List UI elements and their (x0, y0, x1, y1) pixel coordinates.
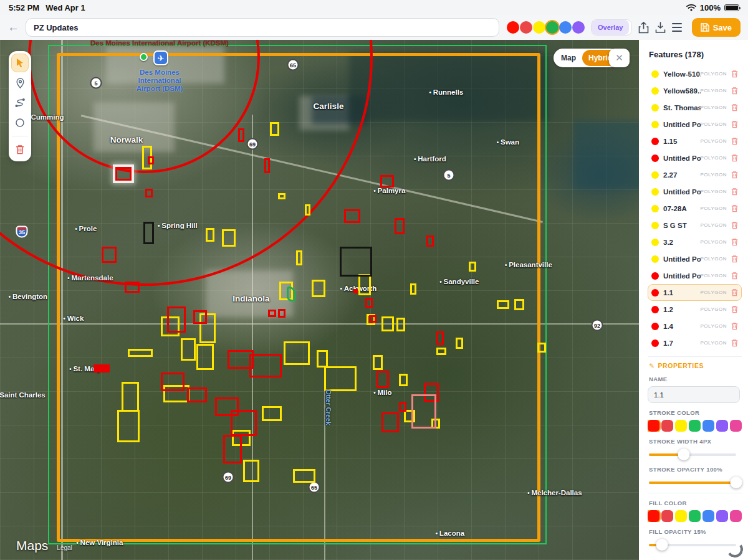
feature-polygon[interactable] (187, 387, 207, 402)
palette-color-dot[interactable] (546, 21, 559, 34)
feature-row[interactable]: Untitled Pol...POLYGON (648, 183, 742, 200)
color-swatch[interactable] (730, 510, 742, 522)
color-swatch[interactable] (648, 510, 659, 522)
feature-row[interactable]: Untitled Pol...POLYGON (648, 267, 742, 284)
feature-row[interactable]: 1.15POLYGON (648, 133, 742, 149)
delete-feature-icon[interactable] (731, 288, 738, 297)
color-swatch[interactable] (716, 420, 728, 432)
close-map-button[interactable]: ✕ (609, 49, 630, 67)
feature-polygon[interactable] (148, 156, 154, 164)
circle-tool[interactable] (11, 113, 29, 132)
feature-row[interactable]: S G STPOLYGON (648, 217, 742, 234)
feature-polygon[interactable] (376, 371, 389, 388)
delete-feature-icon[interactable] (731, 70, 738, 78)
feature-row[interactable]: 1.1POLYGON (648, 284, 742, 301)
delete-feature-icon[interactable] (731, 137, 738, 145)
feature-polygon[interactable] (340, 247, 372, 277)
feature-polygon[interactable] (324, 366, 357, 391)
feature-polygon[interactable] (167, 306, 186, 333)
palette-color-dot[interactable] (559, 21, 572, 34)
feature-polygon[interactable] (143, 222, 154, 244)
color-swatch[interactable] (689, 510, 701, 522)
document-title-input[interactable] (26, 18, 499, 37)
feature-polygon[interactable] (399, 374, 408, 386)
feature-row[interactable]: 07-28APOLYGON (648, 200, 742, 217)
feature-polygon[interactable] (365, 298, 373, 308)
save-button[interactable]: Save (692, 18, 741, 37)
select-cursor-tool[interactable] (11, 54, 29, 72)
feature-row[interactable]: Yellow589...POLYGON (648, 82, 742, 99)
feature-polygon[interactable] (396, 318, 405, 331)
feature-polygon[interactable] (243, 460, 259, 482)
feature-polygon[interactable] (249, 354, 282, 377)
feature-polygon[interactable] (223, 435, 242, 463)
feature-polygon[interactable] (268, 310, 276, 317)
feature-polygon[interactable] (122, 382, 139, 412)
feature-polygon[interactable] (145, 189, 153, 197)
feature-row[interactable]: St. Thomas...POLYGON (648, 99, 742, 116)
airport-icon[interactable]: ✈ (153, 50, 168, 65)
delete-feature-icon[interactable] (731, 221, 738, 229)
delete-tool[interactable] (11, 140, 29, 159)
feature-polygon[interactable] (469, 262, 476, 272)
feature-polygon[interactable] (436, 348, 446, 355)
feature-row[interactable]: Untitled Pol...POLYGON (648, 116, 742, 133)
color-swatch[interactable] (730, 420, 742, 432)
feature-polygon[interactable] (426, 235, 434, 247)
delete-feature-icon[interactable] (731, 305, 738, 313)
feature-row[interactable]: Yellow-510...POLYGON (648, 65, 742, 82)
feature-polygon[interactable] (317, 350, 328, 368)
feature-polygon[interactable] (537, 343, 546, 353)
back-button[interactable]: ← (7, 19, 19, 36)
feature-polygon[interactable] (264, 158, 270, 173)
delete-feature-icon[interactable] (731, 272, 738, 280)
fill-opacity-slider[interactable] (649, 539, 736, 550)
feature-polygon[interactable] (262, 406, 282, 421)
feature-polygon[interactable] (161, 373, 185, 391)
feature-polygon[interactable] (181, 338, 196, 361)
delete-feature-icon[interactable] (731, 103, 738, 112)
feature-name-input[interactable] (648, 386, 740, 403)
palette-color-dot[interactable] (520, 21, 532, 34)
feature-row[interactable]: 2.27POLYGON (648, 166, 742, 183)
feature-polygon[interactable] (128, 349, 153, 357)
color-swatch[interactable] (675, 420, 687, 432)
feature-polygon[interactable] (358, 274, 371, 295)
feature-polygon[interactable] (456, 338, 463, 349)
feature-polygon[interactable] (231, 410, 257, 436)
color-swatch[interactable] (661, 420, 673, 432)
delete-feature-icon[interactable] (731, 171, 738, 179)
airport-marker-dot[interactable] (140, 53, 148, 61)
feature-polygon[interactable] (369, 315, 376, 323)
color-swatch[interactable] (648, 420, 659, 432)
delete-feature-icon[interactable] (731, 87, 738, 95)
selected-feature-polygon[interactable] (115, 167, 132, 181)
color-swatch[interactable] (702, 420, 714, 432)
delete-feature-icon[interactable] (731, 339, 738, 347)
feature-polygon[interactable] (381, 316, 394, 331)
feature-polygon[interactable] (312, 280, 325, 297)
feature-polygon[interactable] (222, 229, 236, 247)
menu-icon[interactable] (672, 19, 682, 36)
color-swatch[interactable] (689, 420, 701, 432)
download-icon[interactable] (655, 19, 666, 36)
stroke-opacity-slider[interactable] (649, 477, 736, 488)
feature-row[interactable]: 1.2POLYGON (648, 301, 742, 318)
palette-color-dot[interactable] (507, 21, 519, 34)
feature-polygon[interactable] (436, 331, 444, 345)
feature-polygon[interactable] (94, 364, 110, 373)
feature-polygon[interactable] (102, 247, 117, 263)
color-swatch[interactable] (716, 510, 728, 522)
color-swatch[interactable] (702, 510, 714, 522)
feature-polygon[interactable] (497, 300, 509, 309)
share-icon[interactable] (638, 19, 649, 36)
feature-polygon[interactable] (278, 193, 285, 199)
feature-polygon[interactable] (514, 299, 524, 310)
map-type-map-button[interactable]: Map (555, 50, 582, 66)
delete-feature-icon[interactable] (731, 120, 738, 128)
overlay-mode-button[interactable]: Overlay (592, 20, 629, 35)
color-swatch[interactable] (661, 510, 673, 522)
delete-feature-icon[interactable] (731, 322, 738, 330)
feature-row[interactable]: Untitled Pol...POLYGON (648, 250, 742, 267)
path-tool[interactable] (11, 93, 29, 112)
